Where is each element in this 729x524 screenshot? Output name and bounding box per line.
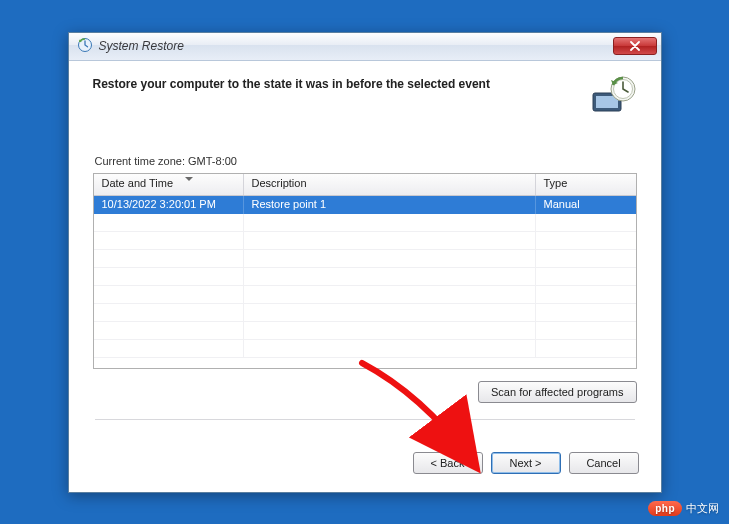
system-restore-window: System Restore Restore your computer to … — [68, 32, 662, 493]
watermark-text: 中文网 — [686, 501, 719, 516]
table-row-empty — [94, 268, 636, 286]
table-row-empty — [94, 286, 636, 304]
restore-points-table[interactable]: Date and Time Description Type 10/13/202… — [93, 173, 637, 369]
titlebar[interactable]: System Restore — [69, 33, 661, 61]
cell-description: Restore point 1 — [244, 196, 536, 214]
table-row-empty — [94, 340, 636, 358]
back-button[interactable]: < Back — [413, 452, 483, 474]
watermark: php 中文网 — [648, 501, 719, 516]
divider — [95, 419, 635, 420]
table-row-empty — [94, 214, 636, 232]
table-row[interactable]: 10/13/2022 3:20:01 PM Restore point 1 Ma… — [94, 196, 636, 214]
column-header-description[interactable]: Description — [244, 174, 536, 195]
watermark-badge: php — [648, 501, 682, 516]
table-row-empty — [94, 232, 636, 250]
next-button[interactable]: Next > — [491, 452, 561, 474]
timezone-label: Current time zone: GMT-8:00 — [95, 155, 637, 167]
table-header-row: Date and Time Description Type — [94, 174, 636, 196]
column-header-date[interactable]: Date and Time — [94, 174, 244, 195]
cell-type: Manual — [536, 196, 636, 214]
close-icon — [629, 41, 641, 51]
sort-desc-icon — [185, 177, 193, 181]
cell-date: 10/13/2022 3:20:01 PM — [94, 196, 244, 214]
close-button[interactable] — [613, 37, 657, 55]
window-title: System Restore — [99, 39, 613, 53]
restore-title-icon — [77, 37, 93, 56]
scan-affected-button[interactable]: Scan for affected programs — [478, 381, 636, 403]
body-section: Current time zone: GMT-8:00 Date and Tim… — [69, 123, 661, 438]
cancel-button[interactable]: Cancel — [569, 452, 639, 474]
table-row-empty — [94, 322, 636, 340]
header-text: Restore your computer to the state it wa… — [93, 75, 575, 91]
footer-buttons: < Back Next > Cancel — [69, 438, 661, 492]
column-header-type[interactable]: Type — [536, 174, 636, 195]
system-restore-icon — [591, 75, 637, 115]
table-body: 10/13/2022 3:20:01 PM Restore point 1 Ma… — [94, 196, 636, 368]
table-row-empty — [94, 304, 636, 322]
header-section: Restore your computer to the state it wa… — [69, 61, 661, 123]
table-row-empty — [94, 250, 636, 268]
